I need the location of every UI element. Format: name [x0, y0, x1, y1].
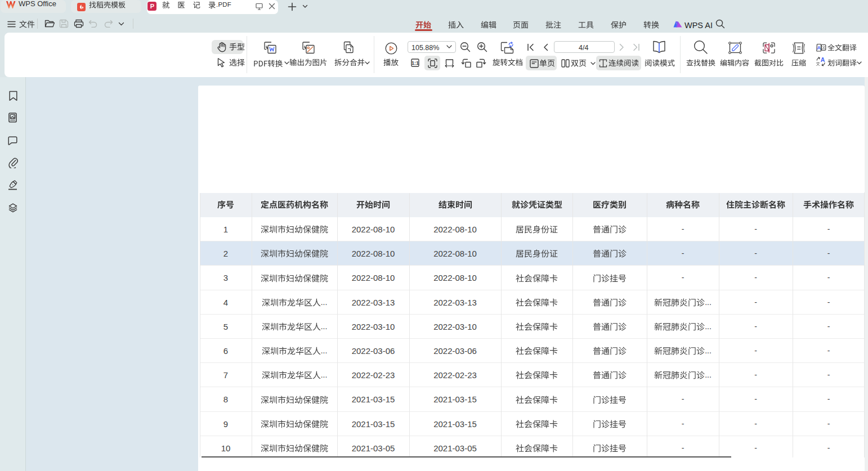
- svg-text:A: A: [817, 45, 821, 51]
- svg-text:A: A: [821, 57, 825, 63]
- svg-text:1:1: 1:1: [411, 60, 419, 66]
- svg-text:P: P: [150, 3, 154, 10]
